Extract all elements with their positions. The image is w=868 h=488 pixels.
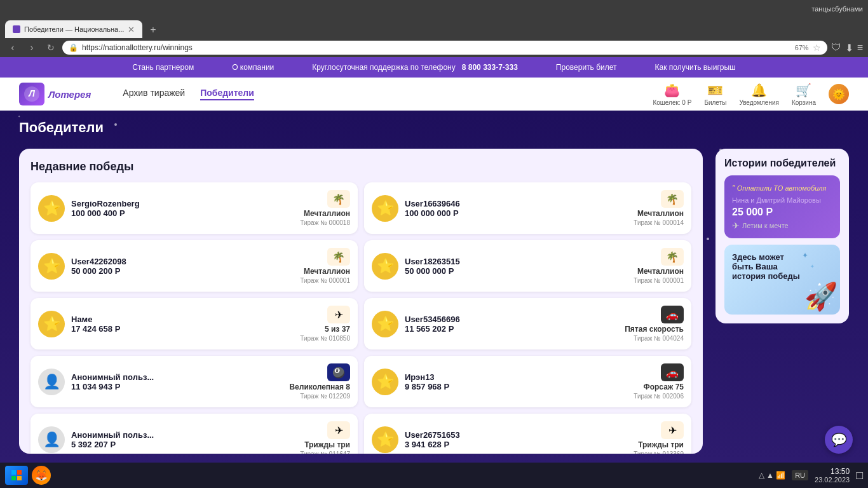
- winner-avatar: ⭐: [372, 311, 398, 337]
- winner-card: ⭐ User18263515 50 000 000 Р 🌴 Мечталлион…: [364, 240, 691, 292]
- wallet-nav-item[interactable]: 👛 Кошелек: 0 Р: [653, 83, 691, 106]
- lottery-info: 🌴 Мечталлион Тираж № 000001: [287, 248, 350, 284]
- url-display: https://nationallottery.ru/winnings: [82, 43, 193, 52]
- winner-name: Анонимный польз...: [71, 372, 280, 382]
- rocket-icon: 🚀: [804, 281, 837, 312]
- wallet-icon: 👛: [664, 83, 680, 98]
- lottery-draw: Тираж № 002006: [634, 393, 684, 400]
- reload-button[interactable]: ↻: [43, 43, 58, 53]
- lottery-draw: Тираж № 000014: [634, 219, 684, 226]
- story1-sub-text: Летим к мечте: [742, 222, 789, 229]
- firefox-taskbar-icon[interactable]: 🦊: [32, 466, 51, 485]
- story-card-2[interactable]: Здесь может быть Ваша история победы 🚀 ✦…: [724, 245, 840, 315]
- logo-area[interactable]: Л Лотерея: [19, 83, 91, 105]
- taskbar-clock: 13:50 23.02.2023: [815, 467, 850, 484]
- page-title-area: Победители: [19, 119, 104, 136]
- close-tab-icon[interactable]: ✕: [128, 25, 135, 34]
- winner-card: ⭐ User53456696 11 565 202 Р 🚗 Пятая скор…: [364, 298, 691, 349]
- winner-card: ⭐ Ирэн13 9 857 968 Р 🚗 Форсаж 75 Тираж №…: [364, 356, 691, 407]
- lottery-draw: Тираж № 010850: [300, 335, 350, 342]
- lottery-icon: 🌴: [661, 248, 684, 266]
- bookmark-star-icon[interactable]: ☆: [813, 43, 821, 53]
- nav-links: Архив тиражей Победители: [123, 88, 254, 100]
- notifications-nav-item[interactable]: 🔔 Уведомления: [739, 83, 779, 106]
- winners-nav-link[interactable]: Победители: [200, 88, 254, 100]
- star-decoration: ✦: [810, 264, 815, 269]
- winner-avatar: ⭐: [372, 253, 398, 280]
- lottery-info: 🌴 Мечталлион Тираж № 000001: [620, 248, 684, 284]
- lottery-info: 🌴 Мечталлион Тираж № 000014: [620, 190, 684, 226]
- forward-button[interactable]: ›: [24, 42, 39, 53]
- tab-favicon: [13, 25, 20, 33]
- winner-avatar: ⭐: [372, 426, 398, 453]
- lottery-name: 5 из 37: [325, 325, 350, 334]
- winner-info: Наме 17 424 658 Р: [71, 315, 280, 334]
- taskbar-time: 13:50: [815, 467, 850, 476]
- nav-bar: Л Лотерея Архив тиражей Победители 👛 Кош…: [0, 78, 868, 111]
- lottery-icon: 🌴: [327, 248, 350, 266]
- archive-nav-link[interactable]: Архив тиражей: [123, 88, 185, 100]
- winner-avatar: 👤: [38, 426, 65, 453]
- winner-card: 👤 Анонимный польз... 11 034 943 Р 🎱 Вели…: [31, 356, 358, 407]
- lottery-name: Мечталлион: [637, 267, 684, 276]
- check-ticket-link[interactable]: Проверить билет: [556, 63, 617, 72]
- start-button[interactable]: [5, 466, 28, 485]
- lottery-icon: 🌴: [327, 190, 350, 208]
- lottery-name: Мечталлион: [304, 209, 350, 218]
- winner-amount: 9 857 968 Р: [405, 382, 614, 391]
- winner-avatar: 👤: [38, 369, 65, 395]
- lottery-name: Мечталлион: [304, 267, 350, 276]
- story-card-1[interactable]: " Оплатили ТО автомобиля Нина и Дмитрий …: [724, 175, 840, 238]
- star-decoration: [114, 123, 117, 126]
- cart-nav-item[interactable]: 🛒 Корзина: [792, 83, 816, 106]
- active-tab[interactable]: Победители — Национальна... ✕: [5, 20, 142, 38]
- winner-info: User18263515 50 000 000 Р: [405, 257, 614, 276]
- winner-name: User53456696: [405, 315, 614, 324]
- winner-amount: 11 565 202 Р: [405, 324, 614, 334]
- airplane-icon: ✈: [732, 220, 740, 231]
- winner-card: ⭐ User26751653 3 941 628 Р ✈ Трижды три …: [364, 414, 691, 454]
- tickets-nav-item[interactable]: 🎫 Билеты: [704, 83, 726, 106]
- winner-name: Наме: [71, 315, 280, 324]
- winner-amount: 17 424 658 Р: [71, 324, 280, 334]
- winner-info: User26751653 3 941 628 Р: [405, 430, 614, 449]
- lottery-draw: Тираж № 012209: [300, 393, 350, 400]
- page-title: Победители: [19, 119, 104, 136]
- new-tab-button[interactable]: +: [145, 22, 161, 38]
- user-avatar[interactable]: 🌞: [829, 84, 849, 104]
- story1-amount: 25 000 Р: [732, 207, 832, 218]
- address-bar[interactable]: 🔒 https://nationallottery.ru/winnings 67…: [62, 41, 827, 55]
- back-button[interactable]: ‹: [5, 42, 20, 53]
- star-decoration: ✦: [802, 251, 808, 260]
- download-toolbar-icon[interactable]: ⬇: [845, 42, 853, 54]
- wallet-label: Кошелек: 0 Р: [653, 99, 691, 106]
- cart-label: Корзина: [792, 99, 816, 106]
- lottery-draw: Тираж № 011647: [300, 451, 350, 454]
- lottery-info: 🌴 Мечталлион Тираж № 000018: [287, 190, 350, 226]
- taskbar-icons: △ ▲ 📶: [759, 471, 786, 480]
- winner-card: ⭐ User42262098 50 000 200 Р 🌴 Мечталлион…: [31, 240, 358, 292]
- lottery-info: 🚗 Форсаж 75 Тираж № 002006: [620, 363, 684, 400]
- shield-toolbar-icon[interactable]: 🛡: [831, 42, 841, 53]
- website: Стань партнером О компании Круглосуточна…: [0, 57, 868, 463]
- winner-card: ⭐ Наме 17 424 658 Р ✈ 5 из 37 Тираж № 01…: [31, 298, 358, 349]
- phone-support-text: Круглосуточная поддержка по телефону: [312, 63, 455, 72]
- partner-link[interactable]: Стань партнером: [132, 63, 194, 72]
- taskbar: 🦊 △ ▲ 📶 RU 13:50 23.02.2023 □: [0, 463, 868, 488]
- about-link[interactable]: О компании: [232, 63, 274, 72]
- main-content: Недавние победы ⭐ SergioRozenberg 100 00…: [19, 149, 703, 454]
- winner-name: SergioRozenberg: [71, 199, 280, 208]
- how-to-win-link[interactable]: Как получить выигрыш: [655, 63, 736, 72]
- winner-avatar: ⭐: [372, 369, 398, 395]
- chat-button[interactable]: 💬: [825, 426, 853, 454]
- lottery-info: ✈ Трижды три Тираж № 011647: [287, 421, 350, 454]
- menu-toolbar-icon[interactable]: ≡: [857, 42, 863, 53]
- svg-rect-2: [11, 470, 16, 475]
- lottery-name: Форсаж 75: [643, 383, 684, 391]
- story2-text: Здесь может быть Ваша история победы: [732, 252, 832, 281]
- star-decoration: ✦: [18, 114, 20, 118]
- notifications-taskbar-icon[interactable]: □: [856, 469, 863, 482]
- story1-names: Нина и Дмитрий Майоровы: [732, 196, 832, 204]
- lottery-icon: ✈: [327, 306, 350, 323]
- lottery-icon: 🌴: [661, 190, 684, 208]
